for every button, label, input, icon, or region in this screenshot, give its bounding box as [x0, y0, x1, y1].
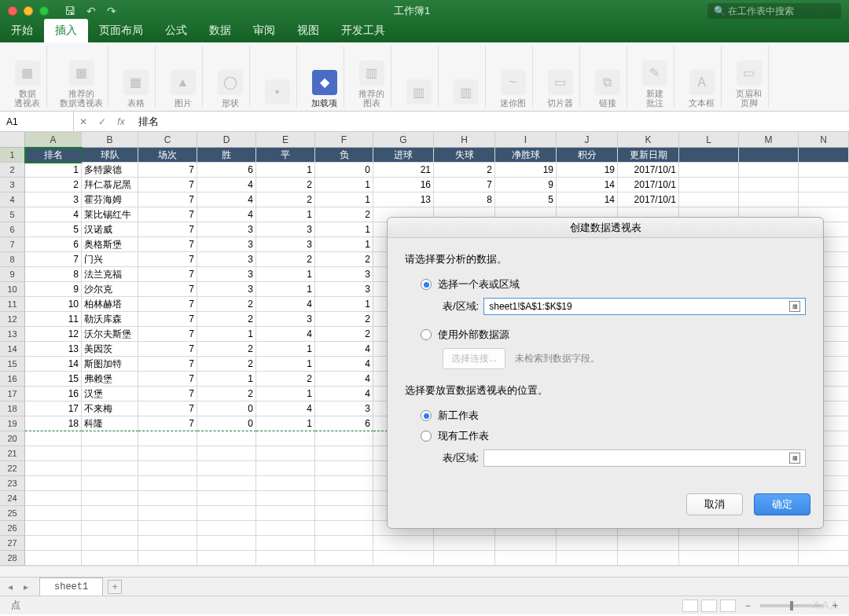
cell[interactable]: 柏林赫塔	[82, 297, 138, 312]
cell[interactable]: 平	[256, 148, 315, 163]
cell[interactable]: 4	[315, 372, 373, 387]
cell[interactable]	[138, 506, 197, 521]
row-header-16[interactable]: 16	[0, 372, 25, 387]
cell[interactable]: 3	[25, 192, 82, 207]
formula-input[interactable]: 排名	[130, 115, 849, 129]
row-header-4[interactable]: 4	[0, 192, 25, 207]
cell[interactable]: 球队	[82, 148, 138, 163]
save-icon[interactable]: 🖫	[64, 5, 75, 17]
cell[interactable]	[373, 551, 434, 566]
zoom-out-icon[interactable]: −	[745, 600, 751, 611]
cell[interactable]: 18	[25, 416, 82, 431]
cell[interactable]	[739, 148, 799, 163]
sheet-search[interactable]: 🔍 在工作表中搜索	[708, 3, 841, 19]
cell[interactable]	[138, 536, 197, 551]
cell[interactable]: 3	[315, 267, 373, 282]
menu-tab-审阅[interactable]: 审阅	[242, 19, 286, 42]
cell[interactable]	[315, 476, 373, 491]
menu-tab-数据[interactable]: 数据	[198, 19, 242, 42]
cell[interactable]	[256, 521, 315, 536]
row-header-6[interactable]: 6	[0, 222, 25, 237]
cell[interactable]: 3	[315, 402, 373, 416]
cell[interactable]: 2	[197, 297, 256, 312]
range-input[interactable]: sheet1!$A$1:$K$19 ⊞	[483, 298, 806, 315]
cell[interactable]	[315, 506, 373, 521]
tab-next-icon[interactable]: ▸	[24, 581, 35, 592]
cell[interactable]	[197, 521, 256, 536]
cell[interactable]	[679, 536, 739, 551]
cell[interactable]	[25, 536, 82, 551]
cell[interactable]: 不来梅	[82, 402, 138, 416]
cell[interactable]: 7	[138, 342, 197, 357]
cell[interactable]: 2	[315, 327, 373, 342]
col-header-E[interactable]: E	[256, 132, 315, 148]
cell[interactable]: 4	[315, 357, 373, 372]
col-header-J[interactable]: J	[557, 132, 618, 148]
cell[interactable]	[138, 491, 197, 506]
location-selector-icon[interactable]: ⊞	[789, 453, 800, 464]
cell[interactable]: 1	[256, 387, 315, 402]
cell[interactable]: 沃尔夫斯堡	[82, 327, 138, 342]
cell[interactable]: 11	[25, 312, 82, 327]
cell[interactable]: 7	[138, 372, 197, 387]
row-header-22[interactable]: 22	[0, 461, 25, 476]
cell[interactable]: 7	[138, 222, 197, 237]
cell[interactable]	[138, 446, 197, 461]
view-break-button[interactable]	[720, 600, 736, 612]
cell[interactable]: 3	[256, 312, 315, 327]
cell[interactable]: 19	[495, 163, 557, 178]
cell[interactable]	[315, 491, 373, 506]
cell[interactable]: 4	[197, 207, 256, 222]
cell[interactable]: 进球	[373, 148, 434, 163]
cell[interactable]: 2	[256, 178, 315, 192]
cell[interactable]: 7	[138, 178, 197, 192]
cell[interactable]: 7	[138, 192, 197, 207]
cell[interactable]: 10	[25, 297, 82, 312]
cell[interactable]: 1	[315, 192, 373, 207]
cell[interactable]: 19	[557, 163, 618, 178]
cell[interactable]	[256, 506, 315, 521]
fx-icon[interactable]: fx	[112, 116, 130, 127]
col-header-K[interactable]: K	[618, 132, 679, 148]
cell[interactable]: 17	[25, 402, 82, 416]
cell[interactable]	[256, 476, 315, 491]
location-input[interactable]: ⊞	[483, 449, 806, 467]
cell[interactable]	[739, 192, 799, 207]
cell[interactable]: 21	[373, 163, 434, 178]
row-header-18[interactable]: 18	[0, 402, 25, 416]
row-header-2[interactable]: 2	[0, 163, 25, 178]
cell[interactable]: 4	[25, 207, 82, 222]
cell[interactable]	[315, 431, 373, 446]
cell[interactable]: 16	[25, 387, 82, 402]
cell[interactable]: 沙尔克	[82, 282, 138, 297]
cell[interactable]: 4	[197, 178, 256, 192]
cell[interactable]	[315, 521, 373, 536]
cell[interactable]: 2	[256, 252, 315, 267]
menu-tab-插入[interactable]: 插入	[44, 19, 88, 42]
cell[interactable]: 3	[197, 252, 256, 267]
cell[interactable]	[25, 521, 82, 536]
cell[interactable]: 7	[138, 163, 197, 178]
cell[interactable]: 2	[256, 372, 315, 387]
cell[interactable]: 3	[197, 222, 256, 237]
cell[interactable]: 12	[25, 327, 82, 342]
cell[interactable]: 1	[315, 222, 373, 237]
cell[interactable]	[82, 551, 138, 566]
ribbon-item[interactable]: ▦推荐的数据透视表	[55, 46, 108, 108]
cell[interactable]	[799, 192, 849, 207]
cell[interactable]	[138, 461, 197, 476]
cell[interactable]: 9	[25, 282, 82, 297]
cell[interactable]	[82, 431, 138, 446]
cell[interactable]	[138, 431, 197, 446]
cell[interactable]: 9	[495, 178, 557, 192]
radio-new-sheet[interactable]	[421, 410, 432, 421]
ribbon-item[interactable]: ▲图片	[164, 46, 203, 108]
cell[interactable]: 汉堡	[82, 387, 138, 402]
cell[interactable]: 1	[315, 237, 373, 252]
cell[interactable]: 美因茨	[82, 342, 138, 357]
ok-button[interactable]: 确定	[754, 493, 810, 515]
cell[interactable]	[256, 446, 315, 461]
cell[interactable]: 6	[25, 237, 82, 252]
cell[interactable]: 负	[315, 148, 373, 163]
option-new-sheet[interactable]: 新工作表	[421, 409, 806, 423]
